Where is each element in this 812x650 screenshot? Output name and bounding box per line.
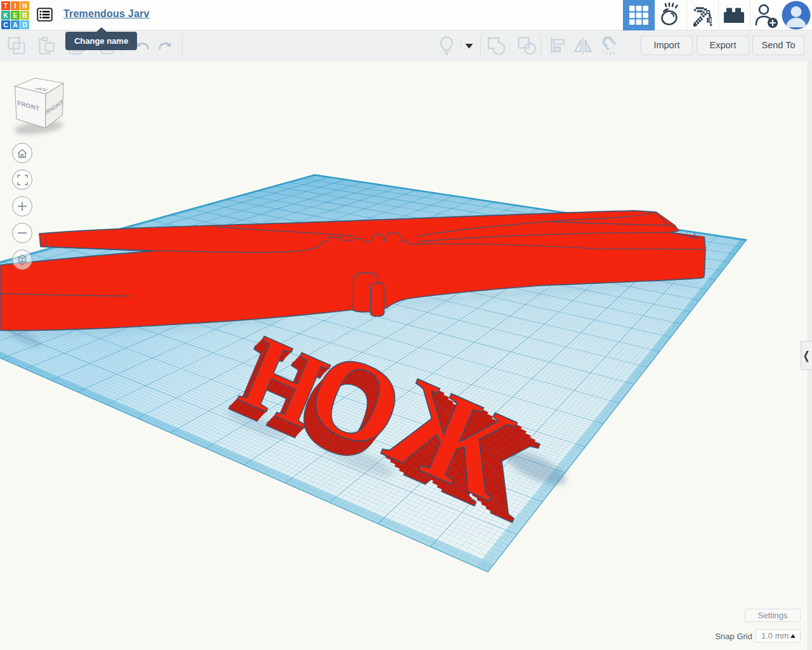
perspective-toggle-button[interactable]	[12, 249, 32, 270]
design-title-link[interactable]: Tremendous Jarv	[63, 8, 150, 20]
import-button[interactable]: Import	[641, 36, 693, 55]
snap-grid-value: 1.0 mm	[761, 631, 789, 640]
snap-button[interactable]	[599, 30, 619, 61]
lightbulb-icon	[438, 36, 455, 55]
copy-icon	[8, 37, 26, 55]
lego-bricks-button[interactable]	[718, 0, 750, 30]
account-avatar[interactable]	[780, 0, 812, 30]
scene-3d-viewport[interactable]: Н Н Н Н Н О О О О О Ж Ж Ж Ж Ж Н О Ж	[0, 61, 812, 650]
toolbar-separator	[461, 41, 461, 50]
toolbar-separator	[540, 36, 541, 56]
sim-lab-apple-icon	[658, 3, 683, 28]
snap-grid-label: Snap Grid	[715, 632, 752, 641]
invite-people-button[interactable]	[750, 0, 782, 30]
ungroup-icon	[518, 37, 537, 55]
basic-shapes-grid-button[interactable]	[623, 0, 655, 30]
logo-tile: I	[11, 1, 20, 10]
zoom-out-button[interactable]	[12, 223, 32, 243]
group-button[interactable]	[487, 30, 505, 61]
align-icon	[550, 37, 565, 54]
logo-tile: N	[20, 1, 29, 10]
paste-icon	[37, 37, 55, 55]
header-bar: T I N K E R C A D Tremendous Jarv	[0, 0, 812, 30]
show-all-button[interactable]	[438, 30, 455, 61]
home-icon	[16, 148, 28, 159]
perspective-icon	[16, 253, 29, 266]
light-dropdown-button[interactable]	[465, 30, 473, 61]
minecraft-button[interactable]	[686, 0, 718, 30]
tooltip-text: Change name	[74, 36, 128, 46]
tooltip-arrow	[96, 27, 107, 32]
export-button[interactable]: Export	[697, 36, 749, 55]
properties-list-icon[interactable]	[37, 8, 53, 22]
chevron-left-icon: ❮	[803, 349, 809, 362]
paste-button[interactable]	[37, 30, 55, 61]
minecraft-pickaxe-icon	[691, 3, 714, 27]
toolbar-separator	[182, 36, 183, 56]
redo-icon	[157, 39, 174, 52]
mirror-button[interactable]	[574, 30, 592, 61]
magnet-icon	[599, 36, 619, 55]
toolbar-separator	[480, 36, 481, 56]
caret-down-icon	[465, 43, 473, 49]
logo-tile: D	[20, 20, 29, 29]
caret-up-icon	[790, 634, 796, 638]
zoom-in-icon	[17, 201, 27, 211]
mirror-icon	[574, 37, 592, 54]
avatar-icon	[782, 1, 811, 30]
copy-button[interactable]	[8, 30, 26, 61]
align-button[interactable]	[550, 30, 565, 61]
view-cube[interactable]: TOP FRONT RIGHT	[0, 70, 76, 146]
panel-collapse-tab[interactable]: ❮	[801, 341, 812, 370]
group-icon	[487, 37, 505, 55]
logo-tile: A	[11, 20, 20, 29]
home-view-button[interactable]	[12, 143, 32, 163]
logo-tile: R	[20, 11, 29, 20]
send-to-button[interactable]: Send To	[752, 36, 804, 55]
snap-grid-select[interactable]: 1.0 mm	[756, 629, 801, 642]
canvas-3d-area[interactable]: Н Н Н Н Н О О О О О Ж Ж Ж Ж Ж Н О Ж TOP …	[0, 61, 812, 650]
logo-tile: C	[1, 20, 10, 29]
tinkercad-logo[interactable]: T I N K E R C A D	[1, 1, 29, 29]
logo-tile: E	[11, 11, 20, 20]
fit-view-button[interactable]	[12, 169, 32, 190]
zoom-in-button[interactable]	[12, 196, 32, 216]
change-name-tooltip: Change name	[65, 32, 137, 50]
lego-brick-icon	[723, 7, 745, 23]
fit-view-icon	[17, 175, 28, 185]
person-add-icon	[753, 2, 778, 29]
settings-button[interactable]: Settings	[745, 609, 801, 622]
logo-tile: T	[1, 1, 10, 10]
ungroup-button[interactable]	[518, 30, 537, 61]
zoom-out-icon	[17, 228, 27, 238]
logo-tile: K	[1, 11, 10, 20]
designs-grid-icon	[629, 5, 649, 25]
redo-button[interactable]	[157, 30, 174, 61]
sim-lab-button[interactable]	[655, 0, 686, 30]
